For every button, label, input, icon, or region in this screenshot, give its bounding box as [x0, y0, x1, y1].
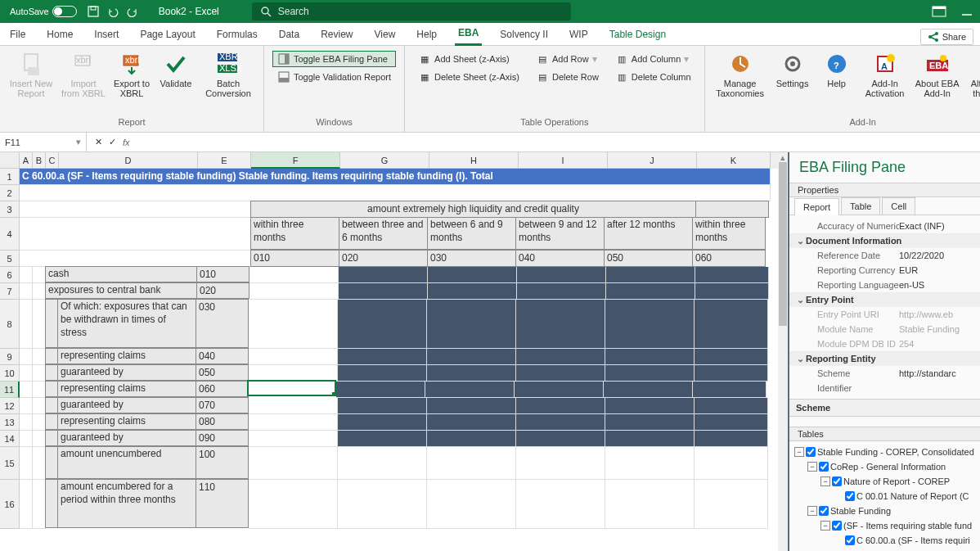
tab-formulas[interactable]: Formulas: [214, 25, 261, 45]
toggle-filing-pane-button[interactable]: Toggle EBA Filing Pane: [272, 51, 396, 67]
delete-sheet-button[interactable]: ▦Delete Sheet (z-Axis): [413, 69, 524, 85]
row-header-9[interactable]: 9: [0, 349, 20, 365]
tree-item[interactable]: C 00.01 Nature of Report (C: [834, 489, 975, 504]
row-header-1[interactable]: 1: [0, 169, 20, 185]
row-header-11[interactable]: 11: [0, 382, 20, 398]
tab-insert[interactable]: Insert: [91, 25, 122, 45]
tree-checkbox[interactable]: [819, 506, 829, 516]
column-header-E[interactable]: E: [198, 152, 251, 169]
tab-review[interactable]: Review: [317, 25, 356, 45]
redo-icon[interactable]: [124, 3, 141, 20]
tree-item[interactable]: −Stable Funding - COREP, Consolidated: [794, 445, 975, 459]
tab-help[interactable]: Help: [413, 25, 440, 45]
ribbon-display-icon[interactable]: [931, 3, 947, 20]
tab-solvency[interactable]: Solvency II: [497, 25, 551, 45]
name-box[interactable]: F11▾: [0, 133, 87, 151]
save-icon[interactable]: [85, 3, 101, 20]
tree-checkbox[interactable]: [845, 491, 855, 501]
about-addin-button[interactable]: EBAAbout EBA Add-In: [913, 49, 962, 100]
tab-data[interactable]: Data: [276, 25, 303, 45]
tree-toggle-icon[interactable]: −: [820, 476, 830, 486]
tree-checkbox[interactable]: [806, 447, 816, 457]
tab-home[interactable]: Home: [43, 25, 76, 45]
minimize-icon[interactable]: [959, 3, 975, 20]
column-header-A[interactable]: A: [20, 152, 33, 169]
row-header-5[interactable]: 5: [0, 251, 20, 267]
share-button[interactable]: Share: [920, 29, 973, 45]
column-header-K[interactable]: K: [697, 152, 771, 169]
row-header-3[interactable]: 3: [0, 201, 20, 218]
tree-toggle-icon[interactable]: −: [807, 462, 817, 472]
column-header-G[interactable]: G: [340, 152, 429, 169]
row-header-13[interactable]: 13: [0, 414, 20, 431]
tree-item[interactable]: −Stable Funding: [807, 504, 975, 518]
toggle-validation-report-button[interactable]: Toggle Validation Report: [272, 69, 396, 85]
row-header-14[interactable]: 14: [0, 431, 20, 447]
tree-checkbox[interactable]: [832, 476, 842, 486]
altova-web-button[interactable]: Altova on the Web: [965, 49, 980, 100]
delete-row-button[interactable]: ▤Delete Row: [531, 69, 604, 85]
column-header-H[interactable]: H: [429, 152, 519, 169]
autosave-toggle[interactable]: AutoSave: [3, 6, 83, 17]
row-header-2[interactable]: 2: [0, 185, 20, 201]
tab-page-layout[interactable]: Page Layout: [137, 25, 198, 45]
fx-icon[interactable]: fx: [123, 138, 130, 147]
tree-checkbox[interactable]: [832, 521, 842, 531]
insert-new-report-button[interactable]: Insert New Report: [7, 49, 56, 100]
row-header-16[interactable]: 16: [0, 480, 20, 529]
add-sheet-button[interactable]: ▦Add Sheet (z-Axis): [413, 51, 524, 67]
row-header-4[interactable]: 4: [0, 218, 20, 251]
tree-toggle-icon[interactable]: −: [794, 447, 804, 457]
validate-button[interactable]: Validate: [155, 49, 196, 90]
chevron-down-icon[interactable]: ⌄: [794, 236, 806, 246]
add-column-button[interactable]: ▥Add Column ▾: [610, 51, 696, 67]
manage-taxonomies-button[interactable]: Manage Taxonomies: [712, 49, 769, 100]
column-header-F[interactable]: F: [251, 152, 340, 169]
addin-activation-button[interactable]: AAdd-In Activation: [861, 49, 910, 100]
tree-checkbox[interactable]: [845, 535, 855, 545]
cancel-icon[interactable]: ✕: [95, 137, 102, 147]
tab-view[interactable]: View: [371, 25, 399, 45]
batch-conversion-button[interactable]: XBRLXLSXBatch Conversion: [200, 49, 257, 100]
tree-item[interactable]: −Nature of Report - COREP: [820, 474, 975, 489]
tree-checkbox[interactable]: [819, 462, 829, 472]
vertical-scrollbar[interactable]: ▴: [778, 152, 788, 551]
help-button[interactable]: ?Help: [816, 49, 857, 90]
worksheet[interactable]: ABCDEFGHIJK 12345678910111213141516 C 60…: [0, 152, 789, 551]
row-header-15[interactable]: 15: [0, 447, 20, 480]
delete-column-button[interactable]: ▥Delete Column: [610, 69, 696, 85]
enter-icon[interactable]: ✓: [109, 137, 116, 147]
column-header-J[interactable]: J: [608, 152, 697, 169]
search-input[interactable]: [278, 6, 563, 17]
settings-button[interactable]: Settings: [772, 49, 813, 90]
scrollbar-thumb[interactable]: [779, 162, 787, 326]
row-header-10[interactable]: 10: [0, 365, 20, 382]
chevron-down-icon[interactable]: ⌄: [794, 354, 806, 364]
tree-toggle-icon[interactable]: −: [807, 506, 817, 516]
row-header-12[interactable]: 12: [0, 398, 20, 414]
tab-wip[interactable]: WIP: [566, 25, 591, 45]
column-header-C[interactable]: C: [46, 152, 59, 169]
undo-icon[interactable]: [105, 3, 121, 20]
column-header-B[interactable]: B: [33, 152, 46, 169]
column-header-D[interactable]: D: [59, 152, 198, 169]
column-header-I[interactable]: I: [519, 152, 608, 169]
row-header-7[interactable]: 7: [0, 283, 20, 300]
pane-tab-cell[interactable]: Cell: [882, 197, 915, 215]
row-header-6[interactable]: 6: [0, 267, 20, 283]
export-xbrl-button[interactable]: xbrlExport to XBRL: [111, 49, 152, 100]
search-box[interactable]: [252, 2, 571, 20]
select-all-corner[interactable]: [0, 152, 20, 169]
row-header-8[interactable]: 8: [0, 300, 20, 349]
tab-file[interactable]: File: [7, 25, 29, 45]
tree-item[interactable]: −(SF - Items requiring stable fund: [820, 518, 975, 533]
pane-tab-report[interactable]: Report: [794, 198, 839, 215]
tree-item[interactable]: C 60.00.a (SF - Items requiri: [834, 533, 975, 548]
tree-item[interactable]: −CoRep - General Information: [807, 459, 975, 474]
add-row-button[interactable]: ▤Add Row ▾: [531, 51, 604, 67]
chevron-down-icon[interactable]: ⌄: [794, 295, 806, 305]
import-xbrl-button[interactable]: xbrlImport from XBRL: [59, 49, 108, 100]
pane-tab-table[interactable]: Table: [841, 197, 880, 215]
tree-toggle-icon[interactable]: −: [820, 521, 830, 531]
tab-table-design[interactable]: Table Design: [606, 25, 669, 45]
